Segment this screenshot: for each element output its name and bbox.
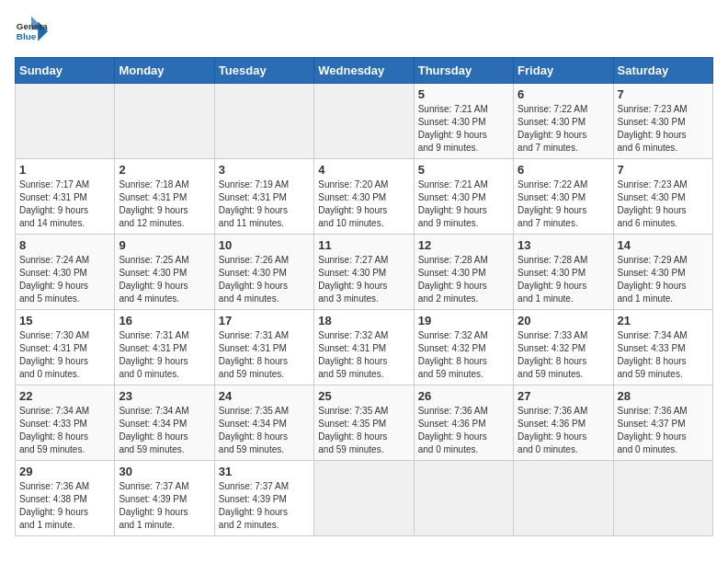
day-number: 17 [219, 314, 310, 327]
day-number: 2 [119, 163, 210, 177]
calendar-cell: 28Sunrise: 7:36 AM Sunset: 4:37 PM Dayli… [613, 385, 712, 461]
day-info: Sunrise: 7:21 AM Sunset: 4:30 PM Dayligh… [418, 103, 509, 155]
calendar-cell: 12Sunrise: 7:28 AM Sunset: 4:30 PM Dayli… [414, 235, 513, 310]
day-number: 6 [518, 87, 609, 101]
calendar-cell: 29Sunrise: 7:36 AM Sunset: 4:38 PM Dayli… [16, 461, 115, 536]
calendar-cell: 22Sunrise: 7:34 AM Sunset: 4:33 PM Dayli… [16, 385, 115, 461]
calendar-cell: 6Sunrise: 7:22 AM Sunset: 4:30 PM Daylig… [514, 159, 613, 235]
day-info: Sunrise: 7:17 AM Sunset: 4:31 PM Dayligh… [19, 178, 110, 230]
day-info: Sunrise: 7:21 AM Sunset: 4:30 PM Dayligh… [418, 178, 509, 230]
day-number: 20 [518, 314, 609, 327]
day-number: 31 [219, 465, 310, 478]
day-info: Sunrise: 7:28 AM Sunset: 4:30 PM Dayligh… [518, 254, 609, 305]
day-number: 21 [618, 314, 709, 327]
day-number: 30 [119, 465, 210, 478]
day-number: 9 [119, 238, 210, 252]
day-number: 28 [618, 389, 709, 403]
calendar-cell: 9Sunrise: 7:25 AM Sunset: 4:30 PM Daylig… [115, 235, 214, 310]
calendar-cell: 21Sunrise: 7:34 AM Sunset: 4:33 PM Dayli… [613, 310, 712, 385]
day-info: Sunrise: 7:19 AM Sunset: 4:31 PM Dayligh… [219, 178, 310, 230]
calendar-cell: 27Sunrise: 7:36 AM Sunset: 4:36 PM Dayli… [514, 385, 613, 461]
calendar-cell [613, 461, 712, 536]
logo: General Blue [15, 15, 48, 48]
day-info: Sunrise: 7:26 AM Sunset: 4:30 PM Dayligh… [219, 254, 310, 305]
calendar-cell [314, 461, 414, 536]
day-info: Sunrise: 7:32 AM Sunset: 4:31 PM Dayligh… [318, 329, 409, 381]
day-info: Sunrise: 7:36 AM Sunset: 4:38 PM Dayligh… [19, 480, 110, 532]
calendar-cell: 26Sunrise: 7:36 AM Sunset: 4:36 PM Dayli… [414, 385, 513, 461]
calendar-cell: 15Sunrise: 7:30 AM Sunset: 4:31 PM Dayli… [16, 310, 115, 385]
day-info: Sunrise: 7:25 AM Sunset: 4:30 PM Dayligh… [119, 254, 210, 305]
calendar-cell: 4Sunrise: 7:20 AM Sunset: 4:30 PM Daylig… [314, 159, 414, 235]
calendar-cell: 11Sunrise: 7:27 AM Sunset: 4:30 PM Dayli… [314, 235, 414, 310]
calendar-cell [314, 84, 414, 159]
day-number: 24 [219, 389, 310, 403]
calendar-cell: 5Sunrise: 7:21 AM Sunset: 4:30 PM Daylig… [414, 159, 513, 235]
day-info: Sunrise: 7:30 AM Sunset: 4:31 PM Dayligh… [19, 329, 110, 381]
calendar-cell: 5Sunrise: 7:21 AM Sunset: 4:30 PM Daylig… [414, 84, 513, 159]
logo-icon: General Blue [15, 15, 48, 48]
day-number: 18 [318, 314, 409, 327]
day-info: Sunrise: 7:36 AM Sunset: 4:37 PM Dayligh… [618, 405, 709, 456]
calendar-cell: 19Sunrise: 7:32 AM Sunset: 4:32 PM Dayli… [414, 310, 513, 385]
calendar-cell: 25Sunrise: 7:35 AM Sunset: 4:35 PM Dayli… [314, 385, 414, 461]
column-header-monday: Monday [115, 58, 214, 84]
day-info: Sunrise: 7:28 AM Sunset: 4:30 PM Dayligh… [418, 254, 509, 305]
day-number: 5 [418, 163, 509, 177]
day-number: 11 [318, 238, 409, 252]
day-info: Sunrise: 7:32 AM Sunset: 4:32 PM Dayligh… [418, 329, 509, 381]
calendar-cell [514, 461, 613, 536]
svg-text:Blue: Blue [17, 31, 37, 41]
day-number: 4 [318, 163, 409, 177]
day-number: 8 [19, 238, 110, 252]
day-number: 7 [618, 87, 709, 101]
column-header-friday: Friday [514, 58, 613, 84]
calendar-cell: 2Sunrise: 7:18 AM Sunset: 4:31 PM Daylig… [115, 159, 214, 235]
calendar-cell: 10Sunrise: 7:26 AM Sunset: 4:30 PM Dayli… [214, 235, 313, 310]
calendar-week-0: 5Sunrise: 7:21 AM Sunset: 4:30 PM Daylig… [16, 84, 713, 159]
svg-text:General: General [17, 21, 48, 31]
column-header-sunday: Sunday [16, 58, 115, 84]
calendar-cell: 1Sunrise: 7:17 AM Sunset: 4:31 PM Daylig… [16, 159, 115, 235]
calendar-cell [115, 84, 214, 159]
day-number: 7 [618, 163, 709, 177]
page-header: General Blue [15, 15, 713, 48]
day-number: 29 [19, 465, 110, 478]
day-number: 13 [518, 238, 609, 252]
day-info: Sunrise: 7:22 AM Sunset: 4:30 PM Dayligh… [518, 103, 609, 155]
calendar-cell: 6Sunrise: 7:22 AM Sunset: 4:30 PM Daylig… [514, 84, 613, 159]
day-info: Sunrise: 7:36 AM Sunset: 4:36 PM Dayligh… [418, 405, 509, 456]
calendar-week-4: 22Sunrise: 7:34 AM Sunset: 4:33 PM Dayli… [16, 385, 713, 461]
day-info: Sunrise: 7:37 AM Sunset: 4:39 PM Dayligh… [119, 480, 210, 532]
day-number: 10 [219, 238, 310, 252]
calendar-week-5: 29Sunrise: 7:36 AM Sunset: 4:38 PM Dayli… [16, 461, 713, 536]
day-number: 26 [418, 389, 509, 403]
day-info: Sunrise: 7:27 AM Sunset: 4:30 PM Dayligh… [318, 254, 409, 305]
day-info: Sunrise: 7:36 AM Sunset: 4:36 PM Dayligh… [518, 405, 609, 456]
day-info: Sunrise: 7:33 AM Sunset: 4:32 PM Dayligh… [518, 329, 609, 381]
calendar-cell: 16Sunrise: 7:31 AM Sunset: 4:31 PM Dayli… [115, 310, 214, 385]
day-number: 6 [518, 163, 609, 177]
calendar-cell: 31Sunrise: 7:37 AM Sunset: 4:39 PM Dayli… [214, 461, 313, 536]
day-number: 3 [219, 163, 310, 177]
day-info: Sunrise: 7:31 AM Sunset: 4:31 PM Dayligh… [119, 329, 210, 381]
calendar-cell: 18Sunrise: 7:32 AM Sunset: 4:31 PM Dayli… [314, 310, 414, 385]
column-header-wednesday: Wednesday [314, 58, 414, 84]
calendar-cell: 23Sunrise: 7:34 AM Sunset: 4:34 PM Dayli… [115, 385, 214, 461]
day-number: 19 [418, 314, 509, 327]
day-info: Sunrise: 7:37 AM Sunset: 4:39 PM Dayligh… [219, 480, 310, 532]
day-info: Sunrise: 7:22 AM Sunset: 4:30 PM Dayligh… [518, 178, 609, 230]
day-info: Sunrise: 7:35 AM Sunset: 4:35 PM Dayligh… [318, 405, 409, 456]
day-number: 5 [418, 87, 509, 101]
header-row: SundayMondayTuesdayWednesdayThursdayFrid… [16, 58, 713, 84]
day-number: 27 [518, 389, 609, 403]
calendar-cell: 7Sunrise: 7:23 AM Sunset: 4:30 PM Daylig… [613, 159, 712, 235]
calendar-cell: 7Sunrise: 7:23 AM Sunset: 4:30 PM Daylig… [613, 84, 712, 159]
calendar-cell: 13Sunrise: 7:28 AM Sunset: 4:30 PM Dayli… [514, 235, 613, 310]
column-header-thursday: Thursday [414, 58, 513, 84]
day-number: 25 [318, 389, 409, 403]
day-number: 16 [119, 314, 210, 327]
calendar-cell: 30Sunrise: 7:37 AM Sunset: 4:39 PM Dayli… [115, 461, 214, 536]
day-info: Sunrise: 7:23 AM Sunset: 4:30 PM Dayligh… [618, 178, 709, 230]
day-info: Sunrise: 7:23 AM Sunset: 4:30 PM Dayligh… [618, 103, 709, 155]
